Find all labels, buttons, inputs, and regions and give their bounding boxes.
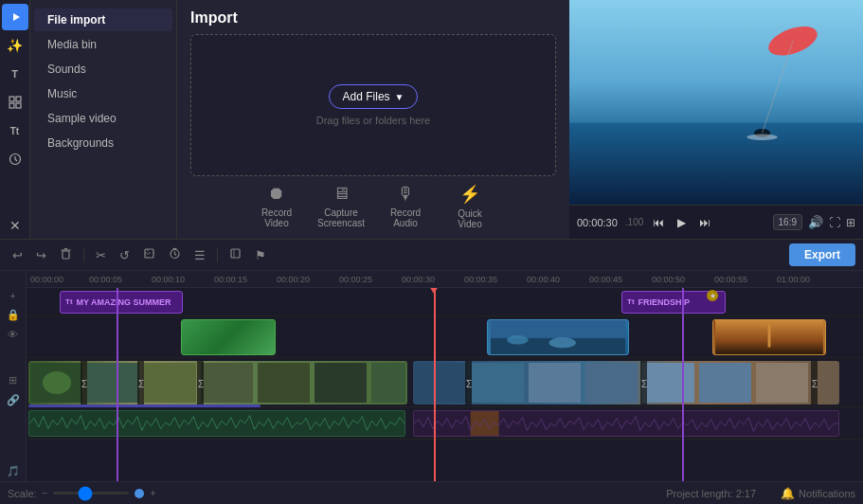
font-icon[interactable]: Tt xyxy=(2,117,28,144)
title-track-row: Tt MY AMAZING SUMMER Tt FRIENDSHIP ★ xyxy=(27,288,863,316)
audio-track xyxy=(27,407,863,440)
capture-screencast-action[interactable]: 🖥 CaptureScreencast xyxy=(313,184,369,229)
import-title: Import xyxy=(190,9,556,27)
video-clip-2[interactable]: Σ Σ Σ xyxy=(413,361,839,405)
prev-button[interactable]: ⏮ xyxy=(649,214,668,231)
svg-text:Σ: Σ xyxy=(466,379,472,389)
capture-screencast-label: CaptureScreencast xyxy=(317,207,365,228)
svg-rect-3 xyxy=(16,97,21,101)
panel-item-media-bin[interactable]: Media bin xyxy=(34,33,172,56)
svg-rect-50 xyxy=(699,363,751,403)
eye-icon[interactable]: 👁 xyxy=(8,329,18,340)
ruler-mark-55: 00:00:55 xyxy=(714,275,747,284)
history-icon[interactable] xyxy=(2,146,28,172)
panel-item-music[interactable]: Music xyxy=(34,82,172,105)
play-button[interactable]: ▶ xyxy=(674,214,690,231)
drop-zone[interactable]: Add Files ▼ Drag files or folders here xyxy=(190,34,556,176)
redo2-button[interactable]: ↺ xyxy=(115,245,135,265)
video-clip-1[interactable]: Σ Σ Σ xyxy=(28,361,407,405)
scale-slider[interactable] xyxy=(53,492,129,495)
svg-rect-58 xyxy=(29,411,405,436)
screencast-icon: 🖥 xyxy=(333,184,350,204)
next-button[interactable]: ⏭ xyxy=(695,214,714,231)
broll-clip-3-thumb xyxy=(713,320,825,354)
audio-icon[interactable]: 🎵 xyxy=(7,465,20,477)
ratio-badge[interactable]: 16:9 xyxy=(773,214,802,230)
timer-button[interactable] xyxy=(164,244,186,265)
svg-rect-45 xyxy=(415,363,467,403)
cut-button[interactable]: ✂ xyxy=(91,245,111,265)
title-clip-summer[interactable]: Tt MY AMAZING SUMMER xyxy=(60,291,183,314)
ruler-mark-15: 00:00:15 xyxy=(214,275,247,284)
broll-clip-1-thumb xyxy=(182,320,275,354)
close-icon[interactable]: ✕ xyxy=(2,212,28,239)
snap-icon[interactable]: ⊞ xyxy=(9,374,17,387)
volume-icon[interactable]: 🔊 xyxy=(808,215,823,229)
ruler-mark-60: 01:00:00 xyxy=(777,275,810,284)
panel-item-file-import[interactable]: File import xyxy=(34,9,172,31)
svg-rect-49 xyxy=(642,363,694,403)
flag-button[interactable]: ⚑ xyxy=(250,245,271,265)
panel-item-sample-video[interactable]: Sample video xyxy=(34,107,172,130)
audio-waveform-1[interactable] xyxy=(28,410,405,437)
svg-point-26 xyxy=(549,337,576,348)
scale-label: Scale: xyxy=(8,488,37,499)
ruler-mark-20: 00:00:20 xyxy=(277,275,310,284)
lock-icon[interactable]: 🔒 xyxy=(7,309,20,321)
bell-icon: 🔔 xyxy=(781,487,795,500)
import-icon[interactable] xyxy=(2,89,28,116)
redo-button[interactable]: ↪ xyxy=(31,245,51,265)
expand-icon[interactable]: ⛶ xyxy=(829,216,840,229)
quick-video-label: QuickVideo xyxy=(458,208,482,229)
ruler-mark-40: 00:00:40 xyxy=(527,275,560,284)
record-video-action[interactable]: ⏺ RecordVideo xyxy=(248,184,305,229)
notifications-area[interactable]: 🔔 Notifications xyxy=(781,487,855,500)
record-audio-action[interactable]: 🎙 RecordAudio xyxy=(377,184,434,229)
connection-line-2 xyxy=(682,288,684,481)
timeline-left-controls: + 🔒 👁 ⊞ 🔗 🎵 xyxy=(0,271,27,481)
export-button[interactable]: Export xyxy=(789,243,855,266)
fullscreen-icon[interactable]: ⊞ xyxy=(846,216,855,229)
ruler-mark-10: 00:00:10 xyxy=(152,275,185,284)
add-track-icon[interactable]: + xyxy=(9,290,15,301)
drop-hint: Drag files or folders here xyxy=(316,115,430,126)
menu-button[interactable]: ☰ xyxy=(189,245,210,265)
record-audio-label: RecordAudio xyxy=(390,207,421,228)
track-rows: Tt MY AMAZING SUMMER Tt FRIENDSHIP ★ xyxy=(27,288,863,481)
svg-text:Σ: Σ xyxy=(81,379,87,389)
svg-rect-16 xyxy=(145,249,153,258)
add-files-button[interactable]: Add Files ▼ xyxy=(329,84,419,109)
broll-clip-1[interactable] xyxy=(181,319,276,355)
timeline-ruler: 00:00:00 00:00:05 00:00:10 00:00:15 00:0… xyxy=(27,271,863,288)
svg-rect-4 xyxy=(9,103,14,108)
video-frame xyxy=(569,0,863,205)
panel-item-backgrounds[interactable]: Backgrounds xyxy=(34,132,172,154)
logo-icon[interactable] xyxy=(2,4,28,30)
panel-item-sounds[interactable]: Sounds xyxy=(34,58,172,81)
broll-clip-3[interactable] xyxy=(712,319,826,355)
delete-button[interactable] xyxy=(55,244,77,265)
link-icon[interactable]: 🔗 xyxy=(7,394,20,406)
svg-rect-8 xyxy=(569,123,863,205)
broll-upper-track xyxy=(27,316,863,358)
svg-rect-5 xyxy=(16,103,21,108)
zoom-out-icon[interactable]: − xyxy=(43,488,48,498)
marker-button[interactable] xyxy=(225,244,246,265)
video-thumbnail xyxy=(569,0,863,205)
text-icon[interactable]: T xyxy=(2,61,28,87)
time-ms: .100 xyxy=(625,217,643,227)
video-controls: 00:00:30 .100 ⏮ ▶ ⏭ 16:9 🔊 ⛶ ⊞ xyxy=(569,205,863,239)
svg-rect-34 xyxy=(201,363,253,403)
svg-rect-48 xyxy=(585,363,638,403)
timeline-content: 00:00:00 00:00:05 00:00:10 00:00:15 00:0… xyxy=(27,271,863,481)
undo-button[interactable]: ↩ xyxy=(8,245,27,265)
audio-waveform-2[interactable] xyxy=(413,410,839,437)
svg-rect-46 xyxy=(472,363,524,403)
ruler-mark-25: 00:00:25 xyxy=(339,275,372,284)
zoom-in-icon[interactable]: + xyxy=(150,488,155,498)
broll-clip-2[interactable] xyxy=(487,319,629,355)
timeline-area: + 🔒 👁 ⊞ 🔗 🎵 00:00:00 00:00:05 00:00:10 0… xyxy=(0,271,863,481)
magic-icon[interactable]: ✨ xyxy=(2,32,28,59)
crop-button[interactable] xyxy=(138,244,160,265)
quick-video-action[interactable]: ⚡ QuickVideo xyxy=(441,184,498,229)
